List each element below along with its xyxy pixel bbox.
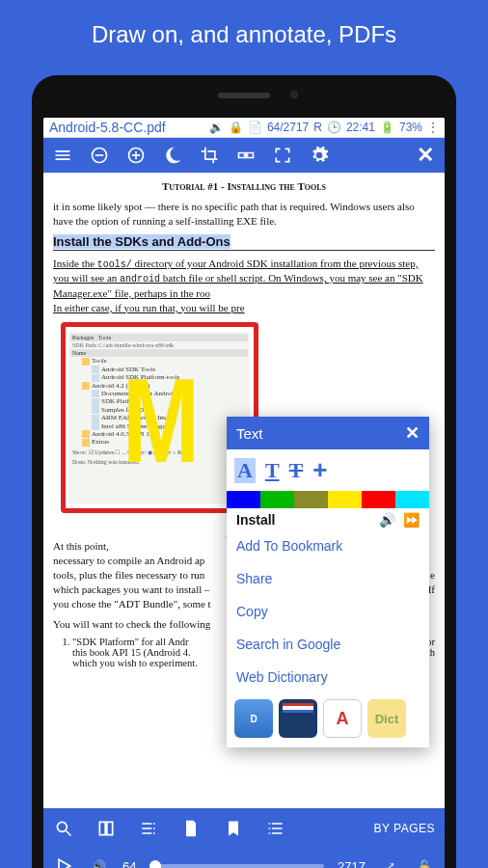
phone-speaker (218, 93, 270, 98)
dict-app-4[interactable]: Dict (367, 699, 406, 738)
menu-icon[interactable] (51, 144, 74, 167)
popup-item-copy[interactable]: Copy (227, 595, 429, 628)
color-swatch[interactable] (260, 491, 294, 508)
svg-rect-4 (135, 151, 137, 159)
unlock-icon[interactable]: 🔓 (414, 855, 435, 868)
battery-label: 73% (399, 121, 422, 134)
clock-icon: 🕒 (327, 121, 341, 134)
bookmark-icon[interactable] (223, 818, 244, 839)
popup-item-bookmark[interactable]: Add To Bookmark (227, 529, 429, 562)
audio-icon[interactable]: 🔊 (88, 855, 109, 868)
status-bar: Android-5.8-CC.pdf 🔉 🔒 📄 64/2717 R 🕒22:4… (43, 118, 445, 138)
settings-icon[interactable] (308, 144, 331, 167)
doc-icon: 📄 (248, 121, 262, 134)
zoom-in-icon[interactable] (124, 144, 148, 167)
phone-frame: Android-5.8-CC.pdf 🔉 🔒 📄 64/2717 R 🕒22:4… (32, 75, 456, 868)
svg-point-6 (57, 822, 67, 831)
lock-icon: 🔒 (229, 121, 243, 134)
bottom-toolbar: BY PAGES (43, 808, 445, 849)
page-current: 64 (122, 859, 136, 869)
orient-label: R (313, 121, 322, 134)
time-label: 22:41 (346, 121, 375, 134)
promo-title: Draw on, and annotate, PDFs (0, 0, 488, 58)
progress-bar: 🔊 64 2717 ⤢ 🔓 (43, 849, 445, 868)
book-icon[interactable] (95, 818, 117, 839)
dict-app-3[interactable] (323, 699, 362, 738)
search-icon[interactable] (53, 818, 74, 839)
color-palette (227, 491, 429, 508)
link-icon[interactable] (234, 144, 258, 167)
add-style-icon[interactable]: + (312, 455, 327, 485)
toc-icon[interactable] (138, 818, 159, 839)
page-icon[interactable] (180, 818, 202, 839)
popup-item-webdict[interactable]: Web Dictionary (227, 661, 429, 693)
section-heading: Install the SDKs and Add-Ons (53, 234, 435, 251)
color-swatch[interactable] (362, 491, 395, 508)
fast-forward-icon[interactable]: ⏩ (403, 512, 420, 528)
page-total: 2717 (338, 859, 366, 869)
highlight-style-fill[interactable]: A (234, 458, 256, 483)
color-swatch[interactable] (294, 491, 328, 508)
selected-word: Install (236, 512, 275, 528)
paragraph: In either case, if you run that, you wil… (53, 301, 435, 315)
crop-icon[interactable] (198, 144, 221, 167)
by-pages-button[interactable]: BY PAGES (373, 822, 435, 835)
svg-rect-5 (244, 154, 249, 156)
play-icon[interactable] (53, 855, 74, 868)
list-icon[interactable] (265, 818, 286, 839)
zoom-out-icon[interactable] (88, 144, 111, 167)
speak-icon[interactable]: 🔊 (379, 512, 395, 528)
more-icon[interactable]: ⋮ (427, 121, 439, 134)
page-count: 64/2717 (267, 121, 309, 134)
top-toolbar: ✕ (43, 138, 445, 173)
battery-icon: 🔋 (380, 121, 394, 134)
popup-item-share[interactable]: Share (227, 562, 429, 595)
dict-app-1[interactable]: D (234, 699, 273, 738)
color-swatch[interactable] (395, 491, 429, 508)
highlight-style-strike[interactable]: T (289, 458, 304, 483)
highlight-style-underline[interactable]: T (265, 458, 280, 483)
popup-item-search[interactable]: Search in Google (227, 628, 429, 661)
filename-label: Android-5.8-CC.pdf (49, 120, 209, 135)
dict-app-2[interactable] (279, 699, 317, 738)
close-icon[interactable]: ✕ (405, 422, 420, 444)
fullscreen-icon[interactable] (271, 144, 294, 167)
page-slider[interactable] (149, 864, 324, 868)
phone-camera (290, 91, 298, 98)
close-toolbar-icon[interactable]: ✕ (414, 144, 437, 167)
text-selection-popup: Text ✕ A T T + Install 🔊 ⏩ (227, 417, 429, 747)
expand-icon[interactable]: ⤢ (379, 855, 400, 868)
night-mode-icon[interactable] (161, 144, 184, 167)
paragraph: it in some likely spot — there is no spe… (53, 200, 435, 229)
svg-rect-1 (95, 154, 103, 156)
popup-title: Text (236, 425, 263, 442)
volume-icon: 🔉 (209, 121, 224, 134)
color-swatch[interactable] (328, 491, 362, 508)
paragraph: Inside the tools/ directory of your Andr… (53, 257, 435, 301)
page-title: Tutorial #1 - Installing the Tools (53, 173, 435, 200)
color-swatch[interactable] (227, 491, 260, 508)
